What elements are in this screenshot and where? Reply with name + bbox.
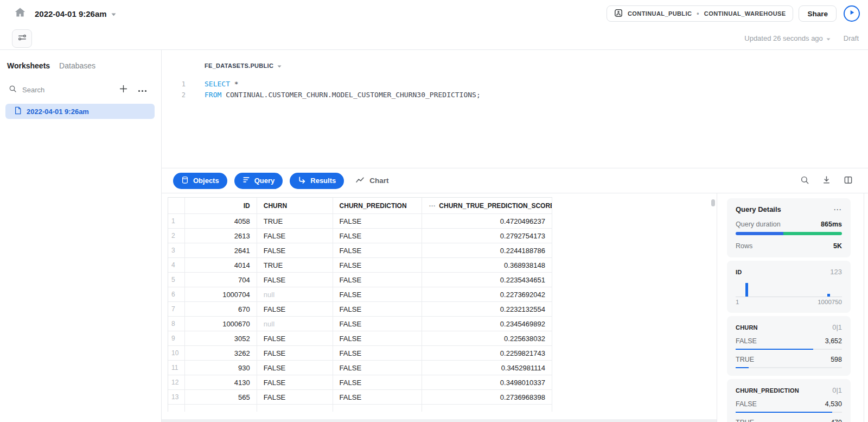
cell-score[interactable]: 0.2235434651	[422, 273, 552, 287]
cell-id[interactable]: 1000704	[185, 287, 257, 302]
tab-worksheets[interactable]: Worksheets	[7, 61, 50, 70]
cell-score[interactable]: 0.2273692042	[422, 287, 552, 302]
tab-chart[interactable]: Chart	[355, 177, 388, 185]
cell-id[interactable]: 3262	[185, 346, 257, 361]
sidebar-search-row	[0, 84, 161, 96]
plus-icon	[119, 84, 128, 95]
cell-churn-prediction[interactable]: FALSE	[333, 317, 423, 331]
header-id[interactable]: ID	[185, 198, 257, 214]
cell-churn[interactable]: FALSE	[257, 302, 333, 317]
row-number: 3	[168, 243, 185, 258]
cell-churn-prediction[interactable]: FALSE	[333, 390, 423, 405]
sql-keyword: SELECT	[205, 80, 230, 88]
cell-id[interactable]: 930	[185, 361, 257, 375]
cell-churn-prediction[interactable]: FALSE	[333, 302, 423, 317]
cell-churn-prediction[interactable]: FALSE	[333, 243, 423, 258]
stat-card-id[interactable]: ID 123 1 1000750	[727, 261, 851, 313]
cell-score[interactable]: 0.2736968398	[422, 390, 552, 405]
cell-churn-prediction[interactable]: FALSE	[333, 346, 423, 361]
cell-score[interactable]: 0.225638032	[422, 331, 552, 346]
cell-score[interactable]: 0.2232132554	[422, 302, 552, 317]
split-panel-button[interactable]	[844, 175, 853, 186]
cell-churn-prediction[interactable]: FALSE	[333, 375, 423, 390]
tab-databases[interactable]: Databases	[59, 61, 95, 70]
cell-churn[interactable]: FALSE	[257, 361, 333, 375]
cell-id[interactable]: 4130	[185, 375, 257, 390]
cell-id[interactable]: 3052	[185, 331, 257, 346]
cell-churn-prediction[interactable]: FALSE	[333, 287, 423, 302]
row-number: 5	[168, 273, 185, 287]
horizontal-scrollbar-track[interactable]	[162, 419, 717, 422]
home-button[interactable]	[12, 7, 28, 21]
cell-churn[interactable]: FALSE	[257, 229, 333, 243]
cell-churn[interactable]: FALSE	[257, 243, 333, 258]
cell-score[interactable]: 0.2792754173	[422, 229, 552, 243]
cell-id[interactable]: 565	[185, 390, 257, 405]
cell-churn[interactable]: TRUE	[257, 258, 333, 273]
cell-score[interactable]: 0.368938148	[422, 258, 552, 273]
cell-churn-prediction[interactable]: FALSE	[333, 258, 423, 273]
home-icon	[13, 6, 27, 21]
updated-dropdown[interactable]: Updated 26 seconds ago	[744, 34, 831, 42]
hidden-columns-icon[interactable]: ⋯	[429, 202, 436, 210]
stat-card-churn[interactable]: CHURN 0|1 FALSE 3,652	[727, 316, 851, 376]
row-number: 2	[168, 229, 185, 243]
worksheet-list-item[interactable]: 2022-04-01 9:26am	[5, 104, 155, 119]
run-query-button[interactable]	[844, 5, 860, 22]
schema-selector[interactable]: FE_DATASETS.PUBLIC	[205, 62, 282, 69]
cell-churn[interactable]: null	[257, 287, 333, 302]
objects-view-button[interactable]: Objects	[173, 173, 227, 189]
search-results-button[interactable]	[800, 175, 809, 186]
header-score[interactable]: ⋯ CHURN_TRUE_PREDICTION_SCORE	[422, 198, 552, 214]
cell-churn[interactable]: null	[257, 317, 333, 331]
cell-churn[interactable]: FALSE	[257, 346, 333, 361]
search-icon	[9, 85, 17, 95]
updated-text: Updated 26 seconds ago	[744, 34, 823, 42]
cell-score[interactable]: 0.2259821743	[422, 346, 552, 361]
cell-churn-prediction[interactable]: FALSE	[333, 214, 423, 229]
cell-churn[interactable]: TRUE	[257, 214, 333, 229]
stat-bar-fill	[736, 367, 749, 368]
download-results-button[interactable]	[822, 175, 831, 186]
stat-card-churn-prediction[interactable]: CHURN_PREDICTION 0|1 FALSE 4,530	[727, 379, 851, 422]
cell-score[interactable]: 0.4720496237	[422, 214, 552, 229]
cell-id[interactable]: 2641	[185, 243, 257, 258]
cell-score[interactable]: 0.3498010337	[422, 375, 552, 390]
cell-churn[interactable]: FALSE	[257, 375, 333, 390]
stat-bar-fill	[736, 412, 832, 413]
sql-editor[interactable]: FE_DATASETS.PUBLIC 1 SELECT * 2 FROM CON…	[162, 50, 868, 168]
cell-churn-prediction[interactable]: FALSE	[333, 361, 423, 375]
histogram-marker	[827, 294, 830, 297]
search-input[interactable]	[22, 86, 119, 94]
row-number: 7	[168, 302, 185, 317]
query-view-button[interactable]: Query	[234, 173, 283, 189]
worksheet-title-dropdown[interactable]: 2022-04-01 9:26am	[35, 9, 116, 18]
cell-id[interactable]: 670	[185, 302, 257, 317]
cell-churn-prediction[interactable]: FALSE	[333, 229, 423, 243]
cell-churn-prediction[interactable]: FALSE	[333, 331, 423, 346]
cell-id[interactable]: 4058	[185, 214, 257, 229]
cell-id[interactable]: 2613	[185, 229, 257, 243]
cell-score[interactable]: 0.2244188786	[422, 243, 552, 258]
cell-churn[interactable]: FALSE	[257, 390, 333, 405]
results-view-label: Results	[310, 177, 336, 185]
header-churn[interactable]: CHURN	[257, 198, 333, 214]
results-view-button[interactable]: Results	[290, 173, 344, 189]
new-worksheet-button[interactable]	[119, 84, 128, 95]
cell-churn[interactable]: FALSE	[257, 331, 333, 346]
cell-score[interactable]: 0.2345469892	[422, 317, 552, 331]
row-number: 8	[168, 317, 185, 331]
cell-id[interactable]: 704	[185, 273, 257, 287]
cell-score[interactable]: 0.3452981114	[422, 361, 552, 375]
context-selector[interactable]: CONTINUAL_PUBLIC • CONTINUAL_WAREHOUSE	[607, 5, 793, 22]
vertical-scrollbar-thumb[interactable]	[711, 199, 715, 206]
cell-id[interactable]: 1000670	[185, 317, 257, 331]
header-churn-prediction[interactable]: CHURN_PREDICTION	[333, 198, 423, 214]
cell-churn[interactable]: FALSE	[257, 273, 333, 287]
cell-id[interactable]: 4014	[185, 258, 257, 273]
cell-churn-prediction[interactable]: FALSE	[333, 273, 423, 287]
query-details-menu-button[interactable]: ⋯	[833, 207, 842, 212]
sidebar-menu-button[interactable]	[138, 86, 147, 94]
filters-button[interactable]	[12, 29, 32, 48]
share-button[interactable]: Share	[799, 5, 837, 22]
